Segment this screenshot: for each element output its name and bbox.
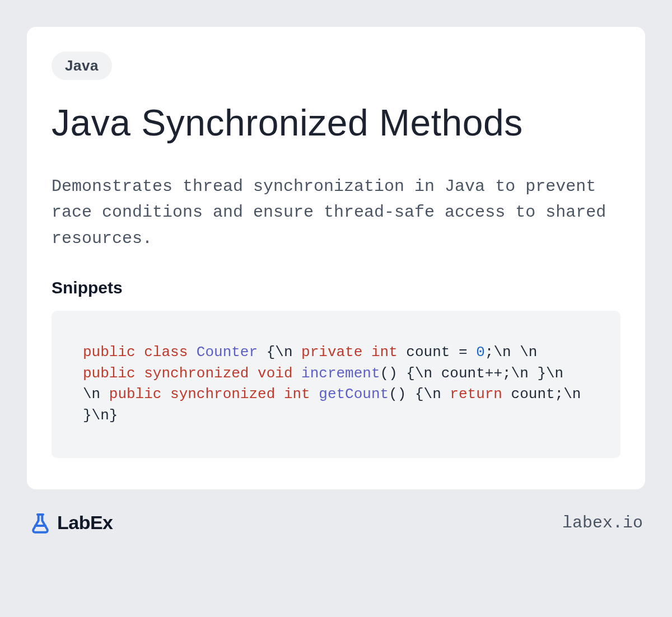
flask-icon: [29, 512, 52, 534]
code-snippet: public class Counter {\n private int cou…: [52, 311, 620, 458]
snippets-heading: Snippets: [52, 278, 620, 297]
brand: LabEx: [29, 512, 113, 534]
site-url: labex.io: [562, 513, 643, 532]
page-description: Demonstrates thread synchronization in J…: [52, 174, 620, 252]
language-tag: Java: [52, 52, 112, 80]
page-title: Java Synchronized Methods: [52, 102, 620, 143]
brand-name: LabEx: [57, 512, 113, 534]
page-footer: LabEx labex.io: [27, 512, 645, 534]
content-card: Java Java Synchronized Methods Demonstra…: [27, 27, 645, 489]
